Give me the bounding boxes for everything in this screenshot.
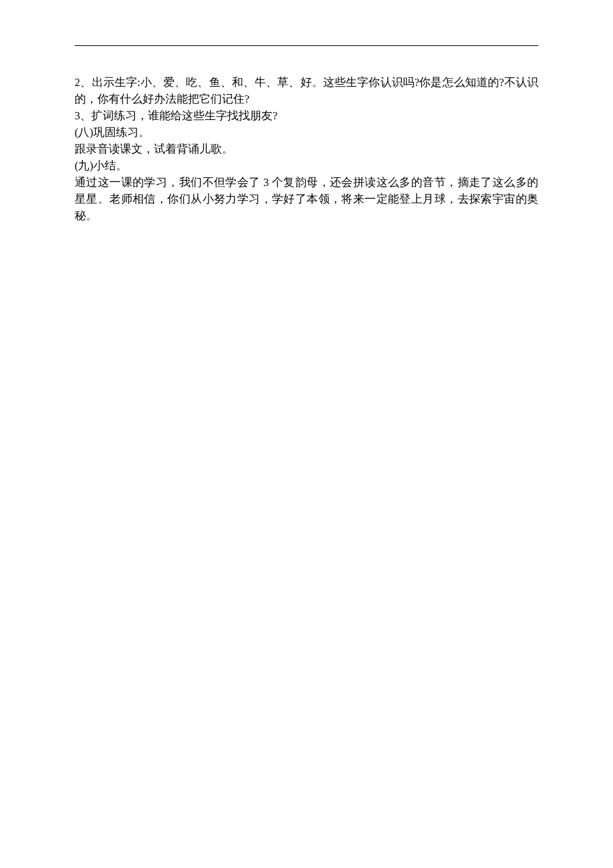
paragraph: 2、出示生字:小、爱、吃、鱼、和、牛、草、好。这些生字你认识吗?你是怎么知道的?… xyxy=(75,74,538,107)
document-body: 2、出示生字:小、爱、吃、鱼、和、牛、草、好。这些生字你认识吗?你是怎么知道的?… xyxy=(75,74,538,224)
paragraph: 通过这一课的学习，我们不但学会了 3 个复韵母，还会拼读这么多的音节，摘走了这么… xyxy=(75,174,538,224)
page: 2、出示生字:小、爱、吃、鱼、和、牛、草、好。这些生字你认识吗?你是怎么知道的?… xyxy=(0,0,613,868)
paragraph: 跟录音读课文，试着背诵儿歌。 xyxy=(75,141,538,157)
top-horizontal-rule xyxy=(75,45,538,46)
paragraph: (八)巩固练习。 xyxy=(75,124,538,141)
paragraph: (九)小结。 xyxy=(75,157,538,174)
paragraph: 3、扩词练习，谁能给这些生字找找朋友? xyxy=(75,107,538,124)
